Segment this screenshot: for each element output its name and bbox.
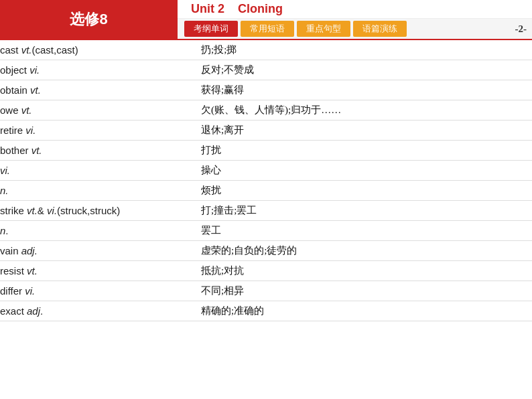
word-chinese: 反对;不赞成	[201, 60, 532, 80]
word-chinese: 操心	[201, 161, 532, 181]
word-english: strike vt.& vi.(struck,struck)	[0, 201, 201, 221]
table-row: differ vi.不同;相异	[0, 281, 532, 301]
tab-zhongdian[interactable]: 重点句型	[297, 21, 350, 37]
word-chinese: 罢工	[201, 221, 532, 241]
word-english: n.	[0, 221, 201, 241]
word-chinese: 虚荣的;自负的;徒劳的	[201, 241, 532, 261]
word-english: vi.	[0, 161, 201, 181]
word-chinese: 精确的;准确的	[201, 301, 532, 321]
word-chinese: 烦扰	[201, 181, 532, 201]
unit-label: Unit 2 Cloning	[191, 2, 283, 16]
word-english: exact adj.	[0, 301, 201, 321]
unit-info: Unit 2 Cloning 考纲单词 常用短语 重点句型 语篇演练 -2-	[178, 0, 532, 39]
table-row: exact adj.精确的;准确的	[0, 301, 532, 321]
table-row: retire vi.退休;离开	[0, 121, 532, 141]
word-chinese: 抵抗;对抗	[201, 261, 532, 281]
word-english: vain adj.	[0, 241, 201, 261]
word-english: n.	[0, 181, 201, 201]
word-english: bother vt.	[0, 141, 201, 161]
table-row: resist vt.抵抗;对抗	[0, 261, 532, 281]
tabs-bar: 考纲单词 常用短语 重点句型 语篇演练 -2-	[178, 19, 532, 39]
page-number: -2-	[515, 23, 527, 35]
word-chinese: 欠(账、钱、人情等);归功于……	[201, 100, 532, 121]
table-row: obtain vt.获得;赢得	[0, 80, 532, 100]
table-row: owe vt.欠(账、钱、人情等);归功于……	[0, 100, 532, 121]
table-row: object vi.反对;不赞成	[0, 60, 532, 80]
tab-kagang[interactable]: 考纲单词	[184, 21, 238, 37]
word-chinese: 退休;离开	[201, 121, 532, 141]
title-block: 选修8	[0, 0, 178, 39]
tab-yupian[interactable]: 语篇演练	[353, 21, 407, 37]
table-row: strike vt.& vi.(struck,struck)打;撞击;罢工	[0, 201, 532, 221]
word-chinese: 扔;投;掷	[201, 40, 532, 60]
table-row: n.烦扰	[0, 181, 532, 201]
vocab-table: cast vt.(cast,cast)扔;投;掷object vi.反对;不赞成…	[0, 40, 532, 321]
word-english: owe vt.	[0, 100, 201, 121]
word-english: retire vi.	[0, 121, 201, 141]
tab-changyong[interactable]: 常用短语	[241, 21, 294, 37]
word-chinese: 打扰	[201, 141, 532, 161]
word-chinese: 不同;相异	[201, 281, 532, 301]
word-english: object vi.	[0, 60, 201, 80]
word-english: differ vi.	[0, 281, 201, 301]
header: 选修8 Unit 2 Cloning 考纲单词 常用短语 重点句型 语篇演练 -…	[0, 0, 532, 39]
word-english: resist vt.	[0, 261, 201, 281]
table-row: bother vt.打扰	[0, 141, 532, 161]
word-english: cast vt.(cast,cast)	[0, 40, 201, 60]
word-chinese: 获得;赢得	[201, 80, 532, 100]
table-row: vain adj.虚荣的;自负的;徒劳的	[0, 241, 532, 261]
book-title: 选修8	[70, 9, 107, 29]
table-row: vi.操心	[0, 161, 532, 181]
table-row: cast vt.(cast,cast)扔;投;掷	[0, 40, 532, 60]
word-chinese: 打;撞击;罢工	[201, 201, 532, 221]
word-english: obtain vt.	[0, 80, 201, 100]
table-row: n.罢工	[0, 221, 532, 241]
unit-title-bar: Unit 2 Cloning	[178, 0, 532, 19]
